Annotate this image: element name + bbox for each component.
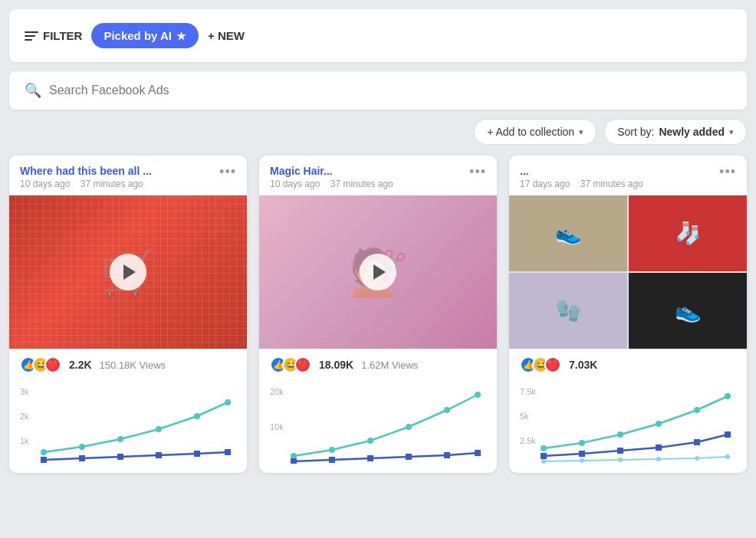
card-info-2: Magic Hair... 10 days ago 37 minutes ago <box>270 165 393 189</box>
card-date1-1: 10 days ago <box>20 179 70 189</box>
svg-rect-32 <box>617 448 623 454</box>
card-date1-3: 17 days ago <box>520 179 570 189</box>
toolbar: + Add to collection ▾ Sort by: Newly add… <box>9 119 747 145</box>
svg-rect-18 <box>291 458 297 464</box>
svg-point-4 <box>194 413 200 419</box>
card-title-1: Where had this been all ... <box>20 165 152 177</box>
ad-card-3: ... 17 days ago 37 minutes ago ••• 👟 🧦 🧤… <box>509 156 747 473</box>
add-to-collection-button[interactable]: + Add to collection ▾ <box>474 119 597 145</box>
svg-rect-19 <box>329 457 335 463</box>
chart-3: 7.5k 5k 2.5k <box>509 381 747 473</box>
shoe-cell-2: 🧦 <box>629 195 747 271</box>
card-header-3: ... 17 days ago 37 minutes ago ••• <box>509 156 747 195</box>
svg-point-1 <box>79 444 85 450</box>
svg-point-25 <box>579 440 585 446</box>
card-stats-3: 👍 😂 ❤️ 7.03K <box>509 349 747 381</box>
card-date1-2: 10 days ago <box>270 179 320 189</box>
card-menu-2[interactable]: ••• <box>469 165 486 179</box>
svg-rect-11 <box>225 449 231 455</box>
reaction-count-2: 18.09K <box>319 359 353 371</box>
svg-rect-23 <box>475 450 481 456</box>
svg-point-26 <box>617 431 623 438</box>
card-menu-1[interactable]: ••• <box>219 165 236 179</box>
card-stats-2: 👍 😂 ❤️ 18.09K 1.62M Views <box>259 349 497 381</box>
sort-value: Newly added <box>659 126 725 138</box>
search-input[interactable] <box>49 84 731 97</box>
svg-rect-10 <box>194 451 200 457</box>
cards-grid: Where had this been all ... 10 days ago … <box>9 156 747 473</box>
ad-card-1: Where had this been all ... 10 days ago … <box>9 156 247 473</box>
views-count-1: 150.18K Views <box>100 359 166 371</box>
svg-rect-7 <box>79 455 85 461</box>
card-dates-3: 17 days ago 37 minutes ago <box>520 179 643 189</box>
svg-rect-31 <box>579 451 585 457</box>
svg-point-29 <box>725 393 731 399</box>
svg-rect-6 <box>41 457 47 463</box>
chart-label-3k: 3k <box>20 387 29 396</box>
chart-1: 3k 2k 1k <box>9 381 247 473</box>
chart-label-20k: 20k <box>270 387 284 396</box>
svg-point-24 <box>541 445 547 451</box>
svg-point-14 <box>367 438 373 444</box>
card-menu-3[interactable]: ••• <box>719 165 736 179</box>
search-bar: 🔍 <box>9 71 747 110</box>
filter-label: FILTER <box>43 29 82 42</box>
heart-emoji-3: ❤️ <box>544 356 561 373</box>
svg-point-36 <box>541 459 546 464</box>
reaction-emojis-2: 👍 😂 ❤️ <box>270 356 311 373</box>
card-info-3: ... 17 days ago 37 minutes ago <box>520 165 643 189</box>
svg-point-13 <box>329 447 335 453</box>
add-collection-label: + Add to collection <box>487 126 574 138</box>
svg-point-3 <box>156 426 162 432</box>
card-dates-1: 10 days ago 37 minutes ago <box>20 179 152 189</box>
new-label: + NEW <box>208 29 245 42</box>
svg-point-41 <box>725 454 730 459</box>
play-button-2[interactable] <box>360 254 396 290</box>
chart-label-75k: 7.5k <box>520 387 536 396</box>
chart-label-1k: 1k <box>20 436 29 445</box>
svg-rect-22 <box>444 452 450 458</box>
chart-label-25k: 2.5k <box>520 436 536 445</box>
chart-svg-1 <box>20 387 236 464</box>
chart-label-10k: 10k <box>270 422 284 431</box>
svg-rect-20 <box>367 455 373 461</box>
card-header-1: Where had this been all ... 10 days ago … <box>9 156 247 195</box>
svg-point-40 <box>695 456 699 461</box>
picked-ai-button[interactable]: Picked by AI ★ <box>91 23 199 48</box>
search-icon: 🔍 <box>25 82 41 99</box>
card-info-1: Where had this been all ... 10 days ago … <box>20 165 152 189</box>
new-button[interactable]: + NEW <box>208 29 245 42</box>
svg-point-38 <box>618 458 623 462</box>
play-button-1[interactable] <box>110 254 146 290</box>
chart-label-5k: 5k <box>520 412 529 421</box>
svg-rect-34 <box>694 439 700 445</box>
shoe-cell-3: 🧤 <box>509 273 627 349</box>
shoe-cell-1: 👟 <box>509 195 627 271</box>
filter-button[interactable]: FILTER <box>25 29 82 42</box>
svg-rect-30 <box>541 453 547 459</box>
sort-label: Sort by: <box>617 126 654 138</box>
views-count-2: 1.62M Views <box>361 359 418 371</box>
reaction-count-1: 2.2K <box>69 359 92 371</box>
chevron-down-icon: ▾ <box>729 127 734 137</box>
chart-svg-2 <box>270 387 486 464</box>
svg-rect-21 <box>406 454 412 460</box>
card-date2-1: 37 minutes ago <box>81 179 143 189</box>
card-image-1 <box>9 195 247 349</box>
card-date2-3: 37 minutes ago <box>580 179 643 189</box>
svg-point-12 <box>291 453 297 459</box>
chart-label-2k: 2k <box>20 412 29 421</box>
svg-point-17 <box>475 392 481 398</box>
sort-button[interactable]: Sort by: Newly added ▾ <box>604 119 747 145</box>
chart-2: 20k 10k <box>259 381 497 473</box>
svg-point-27 <box>656 421 662 427</box>
svg-point-0 <box>41 449 47 455</box>
star-icon: ★ <box>176 30 186 42</box>
ad-card-2: Magic Hair... 10 days ago 37 minutes ago… <box>259 156 497 473</box>
top-bar: FILTER Picked by AI ★ + NEW <box>9 9 747 62</box>
svg-point-39 <box>656 457 661 461</box>
svg-point-2 <box>117 436 123 442</box>
card-dates-2: 10 days ago 37 minutes ago <box>270 179 393 189</box>
svg-point-28 <box>694 407 700 413</box>
shoe-cell-4: 👟 <box>629 273 747 349</box>
